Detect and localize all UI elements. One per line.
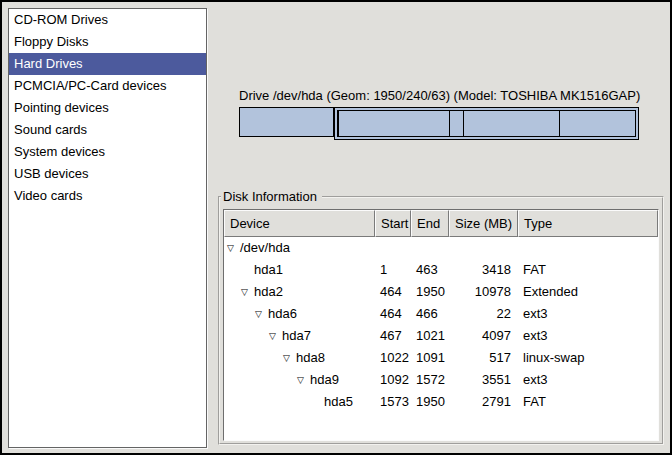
device-label: hda7	[282, 328, 311, 343]
tree-indent	[224, 317, 255, 318]
device-cell: ▽hda6	[224, 303, 375, 325]
hardware-browser-window: CD-ROM DrivesFloppy DisksHard DrivesPCMC…	[0, 0, 672, 455]
expander-open-icon[interactable]: ▽	[255, 303, 268, 325]
type-cell: ext3	[518, 303, 658, 325]
expander-open-icon[interactable]: ▽	[297, 369, 310, 391]
expander-open-icon[interactable]: ▽	[241, 281, 254, 303]
tree-indent	[224, 405, 311, 406]
table-row-dev-hda[interactable]: ▽/dev/hda	[224, 237, 658, 259]
device-label: hda6	[268, 306, 297, 321]
table-row-hda6[interactable]: ▽hda646446622ext3	[224, 303, 658, 325]
device-cell: ▽hda9	[224, 369, 375, 391]
type-cell: FAT	[518, 259, 658, 281]
tree-indent	[224, 295, 241, 296]
start-cell: 1	[375, 259, 411, 281]
sidebar-item-usb-devices[interactable]: USB devices	[9, 163, 206, 185]
logical-partitions-box	[337, 110, 636, 137]
sidebar-item-video-cards[interactable]: Video cards	[9, 185, 206, 207]
expander-open-icon[interactable]: ▽	[227, 237, 240, 259]
end-cell: 463	[411, 259, 449, 281]
table-row-hda1[interactable]: hda114633418FAT	[224, 259, 658, 281]
partition-segment-hda2-extended	[334, 107, 639, 140]
start-cell: 1092	[375, 369, 411, 391]
expander-open-icon[interactable]: ▽	[283, 347, 296, 369]
type-cell: Extended	[518, 281, 658, 303]
sidebar-item-pointing-devices[interactable]: Pointing devices	[9, 97, 206, 119]
column-header-end[interactable]: End	[411, 210, 449, 237]
device-label: hda9	[310, 372, 339, 387]
partition-bar	[239, 107, 639, 137]
sidebar-item-system-devices[interactable]: System devices	[9, 141, 206, 163]
device-cell: ▽hda2	[224, 281, 375, 303]
device-label: hda8	[296, 350, 325, 365]
table-header-row: DeviceStartEndSize (MB)Type	[224, 210, 658, 237]
start-cell: 1573	[375, 391, 411, 413]
table-row-hda5[interactable]: hda5157319502791FAT	[224, 391, 658, 413]
column-header-device[interactable]: Device	[224, 210, 375, 237]
size-cell: 22	[449, 303, 518, 325]
type-cell: FAT	[518, 391, 658, 413]
end-cell: 1572	[411, 369, 449, 391]
device-cell: ▽/dev/hda	[224, 237, 375, 259]
table-row-hda7[interactable]: ▽hda746710214097ext3	[224, 325, 658, 347]
end-cell: 1950	[411, 391, 449, 413]
end-cell: 1021	[411, 325, 449, 347]
size-cell: 2791	[449, 391, 518, 413]
column-header-start[interactable]: Start	[375, 210, 411, 237]
sidebar-item-sound-cards[interactable]: Sound cards	[9, 119, 206, 141]
partition-segment-hda1	[239, 107, 334, 137]
table-row-hda9[interactable]: ▽hda9109215723551ext3	[224, 369, 658, 391]
type-cell: linux-swap	[518, 347, 658, 369]
table-body: ▽/dev/hdahda114633418FAT▽hda246419501097…	[224, 237, 658, 413]
device-cell: hda1	[224, 259, 375, 281]
tree-indent	[224, 383, 297, 384]
sidebar-item-hard-drives[interactable]: Hard Drives	[9, 53, 206, 75]
logical-partition-segment-hda5	[560, 111, 636, 136]
device-cell: ▽hda7	[224, 325, 375, 347]
device-cell: hda5	[224, 391, 375, 413]
sidebar-item-cd-rom-drives[interactable]: CD-ROM Drives	[9, 9, 206, 31]
end-cell	[411, 237, 449, 259]
end-cell: 1950	[411, 281, 449, 303]
size-cell: 3418	[449, 259, 518, 281]
start-cell: 1022	[375, 347, 411, 369]
device-label: hda1	[254, 262, 283, 277]
device-label: hda2	[254, 284, 283, 299]
expander-open-icon[interactable]: ▽	[269, 325, 282, 347]
logical-partition-segment-hda8	[450, 111, 464, 136]
device-label: /dev/hda	[240, 240, 290, 255]
start-cell	[375, 237, 411, 259]
start-cell: 464	[375, 281, 411, 303]
device-category-list: CD-ROM DrivesFloppy DisksHard DrivesPCMC…	[8, 8, 207, 448]
device-label: hda5	[324, 394, 353, 409]
type-cell: ext3	[518, 369, 658, 391]
sidebar-item-floppy-disks[interactable]: Floppy Disks	[9, 31, 206, 53]
device-cell: ▽hda8	[224, 347, 375, 369]
start-cell: 464	[375, 303, 411, 325]
type-cell	[518, 237, 658, 259]
column-header-size-mb[interactable]: Size (MB)	[449, 210, 518, 237]
logical-partition-segment-hda9	[464, 111, 560, 136]
tree-indent	[224, 339, 269, 340]
type-cell: ext3	[518, 325, 658, 347]
end-cell: 1091	[411, 347, 449, 369]
size-cell: 3551	[449, 369, 518, 391]
start-cell: 467	[375, 325, 411, 347]
disk-info-table: DeviceStartEndSize (MB)Type ▽/dev/hdahda…	[223, 209, 659, 441]
disk-information-label: Disk Information	[221, 189, 322, 205]
size-cell: 517	[449, 347, 518, 369]
size-cell: 4097	[449, 325, 518, 347]
size-cell: 10978	[449, 281, 518, 303]
column-header-type[interactable]: Type	[518, 210, 658, 237]
sidebar-item-pcmcia-pc-card-devices[interactable]: PCMCIA/PC-Card devices	[9, 75, 206, 97]
disk-information-frame: Disk Information DeviceStartEndSize (MB)…	[218, 196, 664, 445]
tree-indent	[224, 273, 241, 274]
size-cell	[449, 237, 518, 259]
table-row-hda2[interactable]: ▽hda2464195010978Extended	[224, 281, 658, 303]
tree-indent	[224, 361, 283, 362]
table-row-hda8[interactable]: ▽hda810221091517linux-swap	[224, 347, 658, 369]
drive-title: Drive /dev/hda (Geom: 1950/240/63) (Mode…	[239, 86, 640, 106]
end-cell: 466	[411, 303, 449, 325]
logical-partition-segment-hda7	[339, 111, 450, 136]
